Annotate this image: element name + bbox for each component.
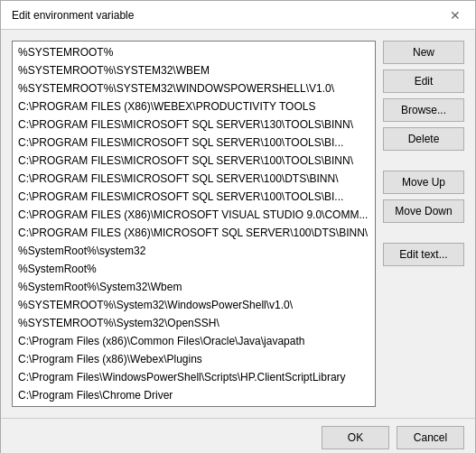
list-item[interactable]: C:\PROGRAM FILES\MICROSOFT SQL SERVER\13… — [14, 116, 373, 134]
list-item[interactable]: %SYSTEMROOT%\System32\OpenSSH\ — [14, 314, 373, 332]
ok-button[interactable]: OK — [322, 426, 389, 449]
edit-env-variable-dialog: Edit environment variable ✕ %SYSTEMROOT%… — [0, 0, 476, 453]
delete-button[interactable]: Delete — [383, 127, 464, 151]
list-item[interactable]: C:\PROGRAM FILES\MICROSOFT SQL SERVER\10… — [14, 170, 373, 188]
edit-text-button[interactable]: Edit text... — [383, 243, 464, 266]
list-container: %SYSTEMROOT%%SYSTEMROOT%\SYSTEM32\WBEM%S… — [12, 41, 376, 407]
buttons-panel: New Edit Browse... Delete Move Up Move D… — [383, 41, 464, 407]
dialog-content: %SYSTEMROOT%%SYSTEMROOT%\SYSTEM32\WBEM%S… — [1, 30, 475, 418]
move-up-button[interactable]: Move Up — [383, 171, 464, 194]
list-item[interactable]: C:\Program Files\Chrome Driver — [14, 386, 373, 404]
move-down-button[interactable]: Move Down — [383, 199, 464, 223]
list-item[interactable]: %SYSTEMROOT%\SYSTEM32\WBEM — [14, 61, 373, 79]
list-item[interactable]: C:\PROGRAM FILES\MICROSOFT SQL SERVER\10… — [14, 134, 373, 152]
edit-button[interactable]: Edit — [383, 69, 464, 93]
close-button[interactable]: ✕ — [446, 6, 464, 24]
list-item[interactable]: C:\PROGRAM FILES (X86)\MICROSOFT VISUAL … — [14, 206, 373, 224]
list-item[interactable]: %SystemRoot%\System32\Wbem — [14, 278, 373, 296]
env-variable-list[interactable]: %SYSTEMROOT%%SYSTEMROOT%\SYSTEM32\WBEM%S… — [12, 41, 376, 407]
list-item[interactable]: C:\PROGRAM FILES (X86)\WEBEX\PRODUCTIVIT… — [14, 97, 373, 116]
title-bar: Edit environment variable ✕ — [1, 1, 475, 30]
list-item[interactable]: C:\PROGRAM FILES (X86)\MICROSOFT SQL SER… — [14, 224, 373, 242]
cancel-button[interactable]: Cancel — [397, 426, 464, 449]
list-item[interactable]: %SystemRoot%\system32 — [14, 242, 373, 260]
dialog-title: Edit environment variable — [12, 9, 134, 22]
list-item[interactable]: C:\PROGRAM FILES\MICROSOFT SQL SERVER\10… — [14, 188, 373, 206]
list-item[interactable]: %SYSTEMROOT% — [14, 43, 373, 61]
list-item[interactable]: %SYSTEMROOT%\System32\WindowsPowerShell\… — [14, 296, 373, 314]
list-item[interactable]: C:\PROGRAM FILES\MICROSOFT SQL SERVER\10… — [14, 152, 373, 170]
list-item[interactable]: %SystemRoot% — [14, 260, 373, 278]
spacer1 — [383, 156, 464, 165]
dialog-footer: OK Cancel — [1, 418, 475, 453]
list-item[interactable]: %SYSTEMROOT%\SYSTEM32\WINDOWSPOWERSHELL\… — [14, 79, 373, 97]
list-item[interactable]: C:\Program Files\WindowsPowerShell\Scrip… — [14, 368, 373, 386]
list-item[interactable]: C:\Program Files (x86)\Common Files\Orac… — [14, 332, 373, 350]
spacer2 — [383, 228, 464, 237]
browse-button[interactable]: Browse... — [383, 98, 464, 122]
new-button[interactable]: New — [383, 41, 464, 64]
list-item[interactable]: C:\Program Files (x86)\Webex\Plugins — [14, 350, 373, 368]
